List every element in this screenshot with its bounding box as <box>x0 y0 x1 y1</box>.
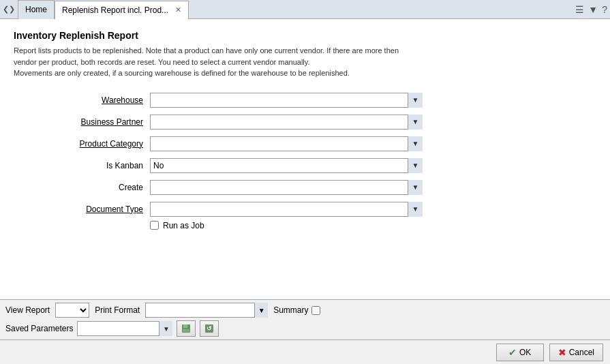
description-line3: Movements are only created, if a sourcin… <box>14 69 350 77</box>
product-category-select-wrapper: ▼ <box>150 136 423 151</box>
cancel-label: Cancel <box>569 348 594 357</box>
main-area: Inventory Replenish Report Report lists … <box>0 19 610 364</box>
ok-label: OK <box>519 348 531 357</box>
ok-button[interactable]: ✔ OK <box>496 344 544 361</box>
cancel-x-icon: ✖ <box>558 347 566 358</box>
help-icon[interactable]: ? <box>602 4 607 15</box>
view-report-label: View Report <box>5 305 50 315</box>
create-label: Create <box>41 183 150 192</box>
menu-icon[interactable]: ☰ <box>575 4 584 15</box>
is-kanban-row: Is Kanban No Yes ▼ <box>41 158 596 173</box>
run-as-job-row: Run as Job <box>150 221 596 230</box>
description-line1: Report lists products to be replenished.… <box>14 46 399 55</box>
warehouse-label: Warehouse <box>41 95 150 105</box>
business-partner-label: Business Partner <box>41 117 150 127</box>
reset-params-button[interactable]: ↺ <box>200 320 219 337</box>
tab-home-label: Home <box>25 5 47 14</box>
is-kanban-label: Is Kanban <box>41 161 150 170</box>
business-partner-select-wrapper: ▼ <box>150 115 423 130</box>
document-type-row: Document Type ▼ <box>41 202 596 217</box>
close-icon[interactable]: ✕ <box>175 5 181 14</box>
svg-rect-1 <box>183 324 187 328</box>
ok-checkmark-icon: ✔ <box>508 347 517 358</box>
business-partner-select[interactable] <box>150 115 423 130</box>
saved-parameters-label: Saved Parameters <box>5 324 73 333</box>
save-icon <box>181 323 192 334</box>
is-kanban-select[interactable]: No Yes <box>150 158 423 173</box>
create-select[interactable] <box>150 180 423 195</box>
form-section: Warehouse ▼ Business Partner ▼ <box>41 93 596 217</box>
create-select-wrapper: ▼ <box>150 180 423 195</box>
bottom-row1: View Report Print Format ▼ Summary <box>5 303 605 318</box>
view-report-select[interactable] <box>55 303 89 318</box>
bottom-bar: View Report Print Format ▼ Summary Saved… <box>0 299 610 339</box>
create-row: Create ▼ <box>41 180 596 195</box>
action-bar: ✔ OK ✖ Cancel <box>0 339 610 364</box>
svg-rect-2 <box>183 329 189 332</box>
saved-params-wrapper: ▼ <box>77 321 172 336</box>
document-type-select-wrapper: ▼ <box>150 202 423 217</box>
summary-checkbox[interactable] <box>311 306 320 315</box>
document-type-label: Document Type <box>41 204 150 214</box>
summary-container: Summary <box>273 305 320 315</box>
tab-active-label: Replenish Report incl. Prod... <box>62 5 168 15</box>
print-format-select[interactable] <box>145 303 268 318</box>
tab-home[interactable]: Home <box>18 0 55 19</box>
save-params-button[interactable] <box>177 320 196 337</box>
summary-label: Summary <box>273 305 308 315</box>
bottom-row2: Saved Parameters ▼ ↺ <box>5 320 605 337</box>
report-title: Inventory Replenish Report <box>14 30 596 41</box>
collapse-icon[interactable]: ▼ <box>588 4 598 15</box>
print-format-label: Print Format <box>95 305 140 315</box>
cancel-button[interactable]: ✖ Cancel <box>549 344 603 361</box>
top-bar: ❮❯ Home Replenish Report incl. Prod... ✕… <box>0 0 610 19</box>
report-description: Report lists products to be replenished.… <box>14 45 596 79</box>
document-type-select[interactable] <box>150 202 423 217</box>
warehouse-select[interactable] <box>150 93 423 108</box>
run-as-job-label: Run as Job <box>163 221 204 230</box>
saved-params-select[interactable] <box>77 321 172 336</box>
product-category-row: Product Category ▼ <box>41 136 596 151</box>
product-category-select[interactable] <box>150 136 423 151</box>
run-as-job-checkbox[interactable] <box>150 221 159 230</box>
warehouse-select-wrapper: ▼ <box>150 93 423 108</box>
warehouse-row: Warehouse ▼ <box>41 93 596 108</box>
is-kanban-select-wrapper: No Yes ▼ <box>150 158 423 173</box>
svg-text:↺: ↺ <box>207 325 212 332</box>
top-bar-actions: ☰ ▼ ? <box>575 4 607 15</box>
description-line2: vendor per product, both records are res… <box>14 58 310 66</box>
tab-active[interactable]: Replenish Report incl. Prod... ✕ <box>55 1 189 20</box>
nav-arrows[interactable]: ❮❯ <box>3 5 15 14</box>
product-category-label: Product Category <box>41 139 150 149</box>
reset-icon: ↺ <box>204 323 215 334</box>
content-panel: Inventory Replenish Report Report lists … <box>0 19 610 299</box>
business-partner-row: Business Partner ▼ <box>41 115 596 130</box>
